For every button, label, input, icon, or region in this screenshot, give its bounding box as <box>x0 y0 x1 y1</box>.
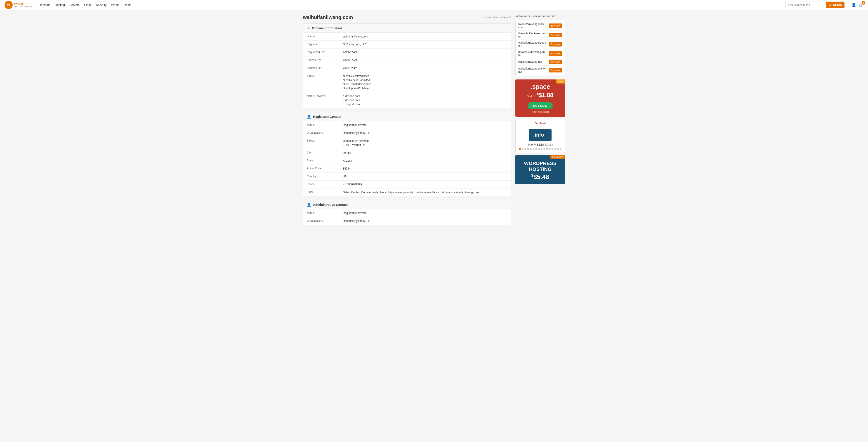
info-value-registrar: GoDaddy.com, LLC <box>343 42 367 46</box>
suggestion-4: waihuifanliwang.net Buy Now <box>518 58 562 66</box>
dot-10[interactable] <box>544 148 545 150</box>
sidebar: Interested in similar domains? waihuifan… <box>515 14 565 229</box>
refresh-icon[interactable]: ↻ <box>508 16 511 19</box>
info-value-nameservers: a.dnspod.com b.dnspod.com c.dnspod.com <box>343 94 360 106</box>
user-icon[interactable]: 👤 <box>851 2 856 7</box>
cart-icon[interactable]: 🛒 1 <box>859 2 864 7</box>
domain-info-title: Domain Information <box>312 26 342 30</box>
info-row-registered: Registered On: 2013-07-23 <box>303 48 510 57</box>
registrant-title: Registrant Contact <box>313 115 341 118</box>
nav-email[interactable]: Email <box>82 2 93 7</box>
admin-row-org: Organization: Domains By Proxy, LLC <box>303 217 510 225</box>
buy-now-btn-2[interactable]: Buy Now <box>549 42 562 46</box>
info-value-status: clientDeleteProhibited clientRenewProhib… <box>343 74 371 90</box>
nav-hosting[interactable]: Hosting <box>53 2 67 7</box>
info-label-expires: Expires On: <box>307 58 343 62</box>
info-row-nameservers: Name Servers: a.dnspod.com b.dnspod.com … <box>303 92 510 108</box>
buy-now-btn-0[interactable]: Buy Now <box>549 24 562 28</box>
promo-space-prices: $24.88 $$1.88 <box>519 92 561 99</box>
dot-7[interactable] <box>535 148 537 150</box>
reg-row-org: Organization: Domains By Proxy, LLC <box>303 129 510 137</box>
domain-info-card: ☍ Domain Information Domain: waihuifanli… <box>303 24 511 108</box>
on-sale-text: On Sale! <box>518 122 562 125</box>
header: W Whois Identity for everyone Domains Ho… <box>0 0 868 10</box>
buy-now-btn-4[interactable]: Buy Now <box>549 60 562 64</box>
reg-row-state: State: Arizona <box>303 157 510 165</box>
reg-row-street: Street: DomainsByProxy.com 2155 E Warner… <box>303 137 510 149</box>
dot-3[interactable] <box>524 148 526 150</box>
dot-15[interactable] <box>557 148 559 150</box>
dot-11[interactable] <box>546 148 548 150</box>
svg-point-2 <box>829 4 831 5</box>
info-row-registrar: Registrar: GoDaddy.com, LLC <box>303 41 510 48</box>
dots-row <box>518 148 562 150</box>
suggestion-5: waihuifanliwangonline.net Buy Now <box>518 66 562 75</box>
nav-whois[interactable]: Whois <box>109 2 121 7</box>
dot-5[interactable] <box>530 148 532 150</box>
domain-title-row: waihuifanliwang.com Updated 1 second ago… <box>303 14 511 20</box>
info-row-updated: Updated On: 2023-02-12 <box>303 64 510 72</box>
domain-info-body: Domain: waihuifanliwang.com Registrar: G… <box>303 33 510 108</box>
svg-line-3 <box>831 5 832 6</box>
info-label-status: Status: <box>307 74 343 77</box>
buy-now-btn-3[interactable]: Buy Now <box>549 51 562 56</box>
buy-now-space-btn[interactable]: BUY NOW <box>528 102 553 109</box>
info-row-domain: Domain: waihuifanliwang.com <box>303 33 510 41</box>
info-at: @ <box>533 143 537 146</box>
logo-text: Whois Identity for everyone <box>14 2 33 8</box>
nav-security[interactable]: Security <box>94 2 108 7</box>
content-area: waihuifanliwang.com Updated 1 second ago… <box>303 14 511 229</box>
info-row-expires: Expires On: 2028-07-23 <box>303 57 510 64</box>
dot-8[interactable] <box>538 148 540 150</box>
info-label-updated: Updated On: <box>307 66 343 70</box>
info-label-domain: Domain: <box>307 35 343 38</box>
nav-deals[interactable]: Deals <box>122 2 133 7</box>
admin-title: Administrative Contact <box>313 203 348 207</box>
registrant-card: 👤 Registrant Contact Name: Registration … <box>303 112 511 196</box>
dot-6[interactable] <box>532 148 534 150</box>
logo-link[interactable]: W Whois Identity for everyone <box>4 1 33 9</box>
dot-9[interactable] <box>541 148 542 150</box>
admin-header: 👤 Administrative Contact <box>303 200 510 209</box>
dot-16[interactable] <box>560 148 561 150</box>
nav-domains[interactable]: Domains <box>37 2 52 7</box>
info-label-nameservers: Name Servers: <box>307 94 343 98</box>
buy-now-btn-5[interactable]: Buy Now <box>549 68 562 72</box>
info-value-domain: waihuifanliwang.com <box>343 35 368 39</box>
nav-servers[interactable]: Servers <box>68 2 81 7</box>
main-container: waihuifanliwang.com Updated 1 second ago… <box>298 10 569 233</box>
promo-space-card: Sale .space $24.88 $$1.88 BUY NOW *while… <box>515 79 565 117</box>
suggestion-1: thewaihuifanliwang.com Buy Now <box>518 31 562 40</box>
info-row-status: Status: clientDeleteProhibited clientRen… <box>303 72 510 92</box>
search-button[interactable]: WHOIS <box>826 2 844 8</box>
promo-wp-card: introducing WORDPRESS HOSTING $$5.48 <box>515 155 565 184</box>
dot-2[interactable] <box>522 148 524 150</box>
info-value-updated: 2023-02-12 <box>343 66 357 70</box>
domain-info-icon: ☍ <box>307 26 310 30</box>
cart-badge: 1 <box>862 1 865 5</box>
admin-body: Name: Registration Private Organization:… <box>303 209 510 225</box>
dot-4[interactable] <box>527 148 529 150</box>
dot-14[interactable] <box>554 148 556 150</box>
main-nav: Domains Hosting Servers Email Security W… <box>37 2 781 7</box>
promo-space-note: *while stocks last <box>519 111 561 113</box>
dot-13[interactable] <box>552 148 553 150</box>
reg-row-email: Email: Select Contact Domain Holder link… <box>303 189 510 196</box>
sale-badge: Sale <box>556 79 565 83</box>
header-icons: 👤 🛒 1 <box>851 2 864 7</box>
domain-info-header: ☍ Domain Information <box>303 24 510 33</box>
promo-space-new-price: $$1.88 <box>537 92 553 98</box>
registrant-icon: 👤 <box>307 114 311 119</box>
dot-1[interactable] <box>519 148 521 150</box>
info-price-row: .info @ $4.88 $24.88 <box>518 143 562 146</box>
info-price-new: $4.88 <box>537 143 544 146</box>
reg-row-postal: Postal Code: 85284 <box>303 165 510 173</box>
admin-card: 👤 Administrative Contact Name: Registrat… <box>303 200 511 225</box>
buy-now-btn-1[interactable]: Buy Now <box>549 33 562 37</box>
domain-title: waihuifanliwang.com <box>303 14 353 20</box>
dot-12[interactable] <box>549 148 551 150</box>
updated-text: Updated 1 second ago ↻ <box>483 16 511 19</box>
search-input[interactable] <box>785 2 826 8</box>
reg-row-name: Name: Registration Private <box>303 121 510 129</box>
svg-text:W: W <box>7 3 10 7</box>
